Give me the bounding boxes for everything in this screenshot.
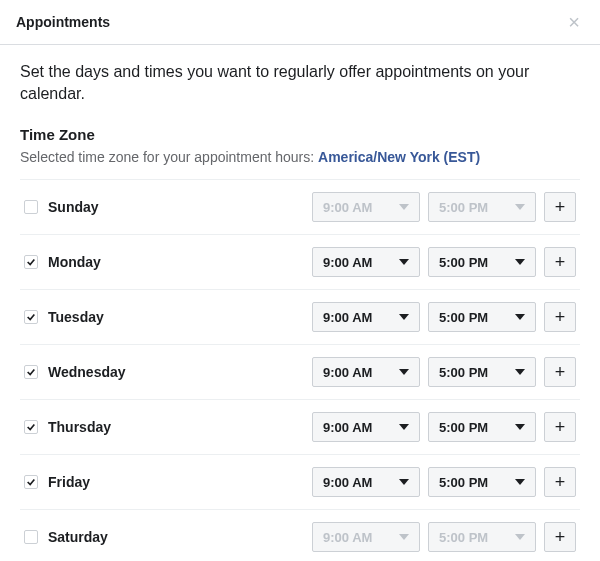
add-slot-button[interactable]: + (544, 192, 576, 222)
caret-down-icon (515, 534, 525, 540)
add-slot-button[interactable]: + (544, 412, 576, 442)
end-time-value: 5:00 PM (439, 255, 488, 270)
start-time-select[interactable]: 9:00 AM (312, 412, 420, 442)
plus-icon: + (555, 473, 566, 491)
svg-marker-6 (399, 369, 409, 375)
caret-down-icon (515, 204, 525, 210)
caret-down-icon (515, 479, 525, 485)
plus-icon: + (555, 308, 566, 326)
caret-down-icon (515, 369, 525, 375)
dialog-title: Appointments (16, 14, 110, 30)
day-controls: 9:00 AM5:00 PM+ (312, 302, 576, 332)
end-time-select[interactable]: 5:00 PM (428, 247, 536, 277)
day-checkbox[interactable] (24, 530, 38, 544)
day-label: Tuesday (48, 309, 312, 325)
day-controls: 9:00 AM5:00 PM+ (312, 412, 576, 442)
day-label: Sunday (48, 199, 312, 215)
caret-down-icon (399, 534, 409, 540)
close-icon: × (568, 11, 580, 33)
day-checkbox[interactable] (24, 475, 38, 489)
day-controls: 9:00 AM5:00 PM+ (312, 247, 576, 277)
end-time-select[interactable]: 5:00 PM (428, 192, 536, 222)
add-slot-button[interactable]: + (544, 302, 576, 332)
dialog-content: Set the days and times you want to regul… (0, 45, 600, 561)
svg-marker-13 (515, 534, 525, 540)
day-controls: 9:00 AM5:00 PM+ (312, 357, 576, 387)
start-time-value: 9:00 AM (323, 365, 372, 380)
timezone-section: Time Zone Selected time zone for your ap… (20, 126, 580, 165)
day-row: Thursday9:00 AM5:00 PM+ (20, 399, 580, 454)
description-text: Set the days and times you want to regul… (20, 61, 580, 104)
start-time-value: 9:00 AM (323, 420, 372, 435)
day-label: Monday (48, 254, 312, 270)
start-time-select[interactable]: 9:00 AM (312, 192, 420, 222)
day-row: Tuesday9:00 AM5:00 PM+ (20, 289, 580, 344)
end-time-select[interactable]: 5:00 PM (428, 467, 536, 497)
start-time-value: 9:00 AM (323, 530, 372, 545)
start-time-select[interactable]: 9:00 AM (312, 302, 420, 332)
day-controls: 9:00 AM5:00 PM+ (312, 192, 576, 222)
day-row: Friday9:00 AM5:00 PM+ (20, 454, 580, 509)
svg-marker-8 (399, 424, 409, 430)
svg-marker-10 (399, 479, 409, 485)
svg-marker-5 (515, 314, 525, 320)
end-time-select[interactable]: 5:00 PM (428, 412, 536, 442)
end-time-value: 5:00 PM (439, 420, 488, 435)
day-checkbox[interactable] (24, 255, 38, 269)
caret-down-icon (399, 369, 409, 375)
day-checkbox[interactable] (24, 365, 38, 379)
caret-down-icon (399, 259, 409, 265)
day-label: Wednesday (48, 364, 312, 380)
add-slot-button[interactable]: + (544, 357, 576, 387)
svg-marker-7 (515, 369, 525, 375)
days-list: Sunday9:00 AM5:00 PM+Monday9:00 AM5:00 P… (20, 179, 580, 561)
add-slot-button[interactable]: + (544, 247, 576, 277)
svg-marker-11 (515, 479, 525, 485)
start-time-value: 9:00 AM (323, 475, 372, 490)
end-time-value: 5:00 PM (439, 200, 488, 215)
end-time-select[interactable]: 5:00 PM (428, 522, 536, 552)
plus-icon: + (555, 198, 566, 216)
svg-marker-0 (399, 204, 409, 210)
caret-down-icon (515, 259, 525, 265)
day-label: Thursday (48, 419, 312, 435)
end-time-select[interactable]: 5:00 PM (428, 357, 536, 387)
start-time-select[interactable]: 9:00 AM (312, 357, 420, 387)
day-row: Saturday9:00 AM5:00 PM+ (20, 509, 580, 561)
end-time-value: 5:00 PM (439, 530, 488, 545)
plus-icon: + (555, 418, 566, 436)
dialog-header: Appointments × (0, 0, 600, 45)
day-checkbox[interactable] (24, 200, 38, 214)
caret-down-icon (399, 204, 409, 210)
svg-marker-9 (515, 424, 525, 430)
add-slot-button[interactable]: + (544, 522, 576, 552)
day-checkbox[interactable] (24, 310, 38, 324)
end-time-value: 5:00 PM (439, 475, 488, 490)
day-row: Sunday9:00 AM5:00 PM+ (20, 179, 580, 234)
close-button[interactable]: × (564, 12, 584, 32)
caret-down-icon (399, 479, 409, 485)
timezone-link[interactable]: America/New York (EST) (318, 149, 480, 165)
plus-icon: + (555, 253, 566, 271)
start-time-value: 9:00 AM (323, 200, 372, 215)
start-time-value: 9:00 AM (323, 255, 372, 270)
start-time-select[interactable]: 9:00 AM (312, 247, 420, 277)
start-time-select[interactable]: 9:00 AM (312, 467, 420, 497)
svg-marker-3 (515, 259, 525, 265)
day-checkbox[interactable] (24, 420, 38, 434)
caret-down-icon (399, 314, 409, 320)
end-time-value: 5:00 PM (439, 365, 488, 380)
svg-marker-4 (399, 314, 409, 320)
day-label: Friday (48, 474, 312, 490)
timezone-line: Selected time zone for your appointment … (20, 149, 580, 165)
day-controls: 9:00 AM5:00 PM+ (312, 467, 576, 497)
day-row: Monday9:00 AM5:00 PM+ (20, 234, 580, 289)
plus-icon: + (555, 528, 566, 546)
svg-marker-12 (399, 534, 409, 540)
start-time-select[interactable]: 9:00 AM (312, 522, 420, 552)
end-time-select[interactable]: 5:00 PM (428, 302, 536, 332)
svg-marker-1 (515, 204, 525, 210)
caret-down-icon (515, 314, 525, 320)
add-slot-button[interactable]: + (544, 467, 576, 497)
start-time-value: 9:00 AM (323, 310, 372, 325)
